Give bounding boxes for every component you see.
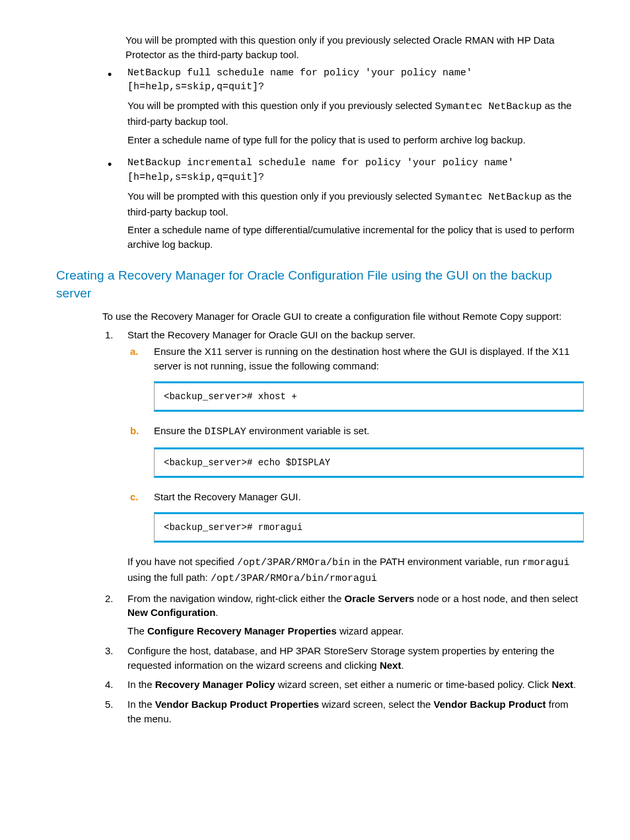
substep-label: c. xyxy=(130,490,139,504)
step-tail: If you have not specified /opt/3PAR/RMOr… xyxy=(127,554,584,586)
code-block: <backup_server># rmoragui xyxy=(154,512,584,543)
code-block: <backup_server># xhost + xyxy=(154,381,584,412)
bullet-para: Enter a schedule name of type full for t… xyxy=(127,133,584,147)
bullet-code: NetBackup full schedule name for policy … xyxy=(127,66,584,95)
section-body: To use the Recovery Manager for Oracle G… xyxy=(102,309,584,324)
substep-b: b. Ensure the DISPLAY environment variab… xyxy=(127,424,584,478)
step-5: In the Vendor Backup Product Properties … xyxy=(102,697,584,726)
bullet-list: NetBackup full schedule name for policy … xyxy=(102,66,584,252)
intro-paragraph: You will be prompted with this question … xyxy=(125,33,584,62)
step-4: In the Recovery Manager Policy wizard sc… xyxy=(102,677,584,692)
bullet-para: You will be prompted with this question … xyxy=(127,98,584,129)
section-heading: Creating a Recovery Manager for Oracle C… xyxy=(56,266,590,303)
ordered-steps: Start the Recovery Manager for Oracle GU… xyxy=(102,328,584,726)
substep-label: a. xyxy=(130,344,139,359)
bullet-item: NetBackup incremental schedule name for … xyxy=(102,156,584,252)
step-line2: The Configure Recovery Manager Propertie… xyxy=(127,624,584,638)
step-1: Start the Recovery Manager for Oracle GU… xyxy=(102,328,584,586)
step-3: Configure the host, database, and HP 3PA… xyxy=(102,644,584,673)
substep-a: a. Ensure the X11 server is running on t… xyxy=(127,344,584,412)
section-intro: To use the Recovery Manager for Oracle G… xyxy=(102,309,584,324)
bullet-para: Enter a schedule name of type differenti… xyxy=(127,223,584,252)
substeps: a. Ensure the X11 server is running on t… xyxy=(127,344,584,543)
bullet-code: NetBackup incremental schedule name for … xyxy=(127,156,584,185)
substep-c: c. Start the Recovery Manager GUI. <back… xyxy=(127,490,584,543)
bullet-para: You will be prompted with this question … xyxy=(127,189,584,219)
intro-text: You will be prompted with this question … xyxy=(125,33,584,62)
code-block: <backup_server># echo $DISPLAY xyxy=(154,447,584,478)
bullet-item: NetBackup full schedule name for policy … xyxy=(102,66,584,147)
step-2: From the navigation window, right-click … xyxy=(102,592,584,638)
substep-label: b. xyxy=(130,424,139,438)
